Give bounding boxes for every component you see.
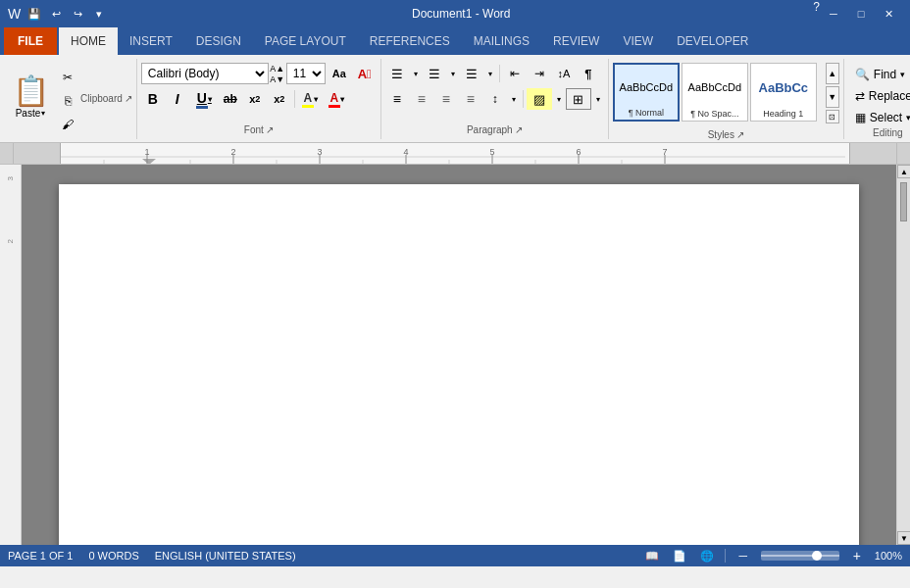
justify-button[interactable]: ≡ <box>459 88 482 110</box>
tab-file[interactable]: FILE <box>4 27 57 55</box>
save-button[interactable]: 💾 <box>25 4 44 24</box>
help-button[interactable]: ? <box>813 0 820 27</box>
style-heading1-preview: AaBbCc <box>753 66 814 109</box>
tab-mailings[interactable]: MAILINGS <box>462 27 541 55</box>
zoom-level: 100% <box>875 550 902 562</box>
tab-insert[interactable]: INSERT <box>118 27 184 55</box>
tab-review[interactable]: REVIEW <box>541 27 611 55</box>
paragraph-expand-icon[interactable]: ↗ <box>515 124 523 135</box>
customize-quick-access-button[interactable]: ▾ <box>89 4 109 24</box>
bold-button[interactable]: B <box>141 88 165 110</box>
text-highlight-button[interactable]: A ▾ <box>298 88 322 110</box>
borders-button[interactable]: ⊞ <box>566 88 591 110</box>
align-left-button[interactable]: ≡ <box>385 88 409 110</box>
zoom-out-icon[interactable]: ─ <box>733 548 753 564</box>
style-normal[interactable]: AaBbCcDd ¶ Normal <box>613 63 680 122</box>
document-page[interactable] <box>59 184 859 545</box>
font-size-arrows: A▲ A▼ <box>271 63 284 84</box>
decrease-font-size-button[interactable]: A▼ <box>271 74 284 84</box>
web-layout-icon[interactable]: 🌐 <box>697 548 717 564</box>
bullets-dropdown-button[interactable]: ▾ <box>410 63 422 84</box>
increase-indent-button[interactable]: ⇥ <box>528 63 551 84</box>
paste-button[interactable]: 📋 Paste ▾ <box>8 63 53 129</box>
print-layout-icon[interactable]: 📄 <box>670 548 689 564</box>
copy-button[interactable]: ⎘ <box>55 90 80 112</box>
tab-page-layout[interactable]: PAGE LAYOUT <box>253 27 358 55</box>
font-group-label: Font ↗ <box>141 124 377 137</box>
language: ENGLISH (UNITED STATES) <box>155 550 296 562</box>
line-spacing-button[interactable]: ↕ <box>483 88 507 110</box>
subscript-button[interactable]: x2 <box>243 88 267 110</box>
strikethrough-button[interactable]: ab <box>219 88 242 110</box>
paragraph-group-label: Paragraph ↗ <box>385 124 604 137</box>
format-painter-button[interactable]: 🖌 <box>55 114 80 135</box>
tab-references[interactable]: REFERENCES <box>358 27 462 55</box>
styles-scroll-up-button[interactable]: ▲ <box>826 63 839 84</box>
styles-expand-icon[interactable]: ↗ <box>736 129 744 140</box>
page-count: PAGE 1 OF 1 <box>8 550 73 562</box>
bullets-button[interactable]: ☰ <box>385 63 409 84</box>
line-spacing-dropdown-button[interactable]: ▾ <box>508 88 520 110</box>
tab-developer[interactable]: DEVELOPER <box>665 27 760 55</box>
undo-button[interactable]: ↩ <box>46 4 66 24</box>
decrease-indent-button[interactable]: ⇤ <box>503 63 527 84</box>
select-dropdown-icon[interactable]: ▾ <box>906 113 910 122</box>
zoom-thumb[interactable] <box>812 551 822 561</box>
multilevel-list-button[interactable]: ☰ <box>460 63 483 84</box>
italic-button[interactable]: I <box>166 88 189 110</box>
editing-group-label: Editing <box>848 127 910 140</box>
find-button[interactable]: 🔍 Find ▾ <box>848 65 910 84</box>
borders-dropdown-button[interactable]: ▾ <box>592 88 604 110</box>
font-size-select[interactable]: 11 <box>286 63 326 84</box>
clear-formatting-button[interactable]: A⃦ <box>353 63 377 84</box>
multilevel-dropdown-button[interactable]: ▾ <box>484 63 496 84</box>
close-button[interactable]: ✕ <box>875 0 902 27</box>
document-area[interactable] <box>22 165 896 545</box>
scroll-down-button[interactable]: ▼ <box>897 531 910 545</box>
paragraph-group: ☰ ▾ ☰ ▾ ☰ ▾ ⇤ ⇥ ↕A ¶ ≡ ≡ ≡ ≡ ↕ ▾ ▨ <box>381 59 609 139</box>
select-button[interactable]: ▦ Select ▾ <box>848 108 910 127</box>
redo-button[interactable]: ↪ <box>68 4 87 24</box>
paste-dropdown-icon[interactable]: ▾ <box>41 109 45 118</box>
numbering-dropdown-button[interactable]: ▾ <box>447 63 459 84</box>
word-icon: W <box>8 6 21 22</box>
cut-button[interactable]: ✂ <box>55 67 80 88</box>
align-center-button[interactable]: ≡ <box>410 88 433 110</box>
styles-more-button[interactable]: ⊡ <box>826 110 839 123</box>
zoom-in-icon[interactable]: + <box>847 548 867 564</box>
select-icon: ▦ <box>855 111 866 124</box>
style-no-spacing[interactable]: AaBbCcDd ¶ No Spac... <box>682 63 748 122</box>
increase-font-size-button[interactable]: A▲ <box>271 63 284 74</box>
underline-button[interactable]: U ▾ <box>190 88 218 110</box>
shading-dropdown-button[interactable]: ▾ <box>553 88 565 110</box>
sort-button[interactable]: ↕A <box>552 63 576 84</box>
shading-button[interactable]: ▨ <box>527 88 552 110</box>
restore-button[interactable]: □ <box>847 0 875 27</box>
align-right-button[interactable]: ≡ <box>434 88 458 110</box>
find-dropdown-icon[interactable]: ▾ <box>900 70 905 79</box>
tab-home[interactable]: HOME <box>59 27 118 55</box>
window-title: Document1 - Word <box>109 7 813 21</box>
vertical-scrollbar[interactable]: ▲ ▼ <box>896 165 910 545</box>
numbering-button[interactable]: ☰ <box>423 63 446 84</box>
font-color-button[interactable]: A ▾ <box>323 88 350 110</box>
underline-dropdown-icon[interactable]: ▾ <box>208 95 212 104</box>
scroll-thumb[interactable] <box>900 182 907 221</box>
tab-design[interactable]: DESIGN <box>184 27 253 55</box>
read-mode-icon[interactable]: 📖 <box>642 548 662 564</box>
font-expand-icon[interactable]: ↗ <box>266 124 274 135</box>
zoom-slider[interactable] <box>761 551 839 561</box>
clipboard-expand-icon[interactable]: ↗ <box>125 93 132 104</box>
style-heading1[interactable]: AaBbCc Heading 1 <box>750 63 817 122</box>
ruler-left-margin <box>14 143 61 164</box>
show-hide-button[interactable]: ¶ <box>577 63 600 84</box>
scroll-up-button[interactable]: ▲ <box>897 165 910 178</box>
minimize-button[interactable]: ─ <box>820 0 847 27</box>
font-name-select[interactable]: Calibri (Body) <box>141 63 269 84</box>
tab-view[interactable]: VIEW <box>611 27 665 55</box>
styles-scroll-down-button[interactable]: ▼ <box>826 86 839 108</box>
replace-button[interactable]: ⇄ Replace <box>848 86 910 106</box>
superscript-button[interactable]: x2 <box>268 88 291 110</box>
editing-group: 🔍 Find ▾ ⇄ Replace ▦ Select ▾ Editing <box>844 59 910 139</box>
change-case-button[interactable]: Aa <box>328 63 351 84</box>
